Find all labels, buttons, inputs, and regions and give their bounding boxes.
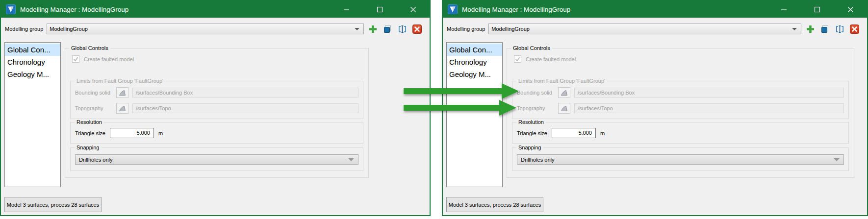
vulcan-app-icon <box>448 4 458 14</box>
titlebar: Modelling Manager : ModellingGroup <box>1 1 430 18</box>
screenshot-canvas: Modelling Manager : ModellingGroup Model… <box>0 0 868 219</box>
sidebar-item-geology-model[interactable]: Geology M... <box>5 68 60 80</box>
solid-wedge-icon <box>118 89 127 97</box>
rename-group-button[interactable] <box>834 24 845 35</box>
add-group-button[interactable] <box>367 24 379 35</box>
sidebar-item-geology-model[interactable]: Geology M... <box>447 68 502 80</box>
sidebar-item-chronology[interactable]: Chronology <box>447 56 502 68</box>
maximize-button[interactable] <box>800 1 834 18</box>
sidebar-item-chronology[interactable]: Chronology <box>5 56 60 68</box>
surface-summary-button[interactable]: Model 3 surfaces, process 28 surfaces <box>4 197 102 212</box>
limits-group: Limits from Fault Group 'FaultGroup' Bou… <box>512 81 849 119</box>
chevron-down-icon <box>355 28 359 30</box>
minimize-icon <box>343 6 350 13</box>
sidebar-item-global-controls[interactable]: Global Con... <box>447 44 502 56</box>
snapping-group-title: Snapping <box>75 145 102 151</box>
delete-group-button[interactable] <box>849 24 860 35</box>
resolution-group-title: Resolution <box>516 119 546 125</box>
triangle-size-unit: m <box>158 130 163 136</box>
create-faulted-model-label: Create faulted model <box>84 56 134 62</box>
checkmark-icon <box>514 56 521 62</box>
solid-wedge-icon <box>560 104 568 112</box>
solid-wedge-icon <box>118 104 127 112</box>
topography-picker-button <box>558 103 570 114</box>
modelling-group-toolbar: Modelling group ModellingGroup <box>447 23 860 35</box>
rename-icon <box>835 24 844 34</box>
snapping-group: Snapping Drillholes only <box>512 147 849 171</box>
snapping-combobox[interactable]: Drillholes only <box>517 154 844 165</box>
snapping-value: Drillholes only <box>521 157 554 163</box>
close-button[interactable] <box>834 1 867 18</box>
minimize-button[interactable] <box>767 1 800 18</box>
vulcan-app-icon <box>6 4 16 14</box>
solid-wedge-icon <box>560 89 568 97</box>
maximize-button[interactable] <box>363 1 396 18</box>
resolution-group-title: Resolution <box>75 119 104 125</box>
create-faulted-model-row: Create faulted model <box>72 55 134 63</box>
modelling-group-toolbar: Modelling group ModellingGroup <box>5 23 423 35</box>
section-list: Global Con... Chronology Geology M... <box>4 42 61 187</box>
modelling-group-value: ModellingGroup <box>491 26 530 32</box>
triangle-size-input[interactable]: 5.000 <box>110 128 154 138</box>
chevron-down-icon <box>834 158 840 161</box>
window-title: Modelling Manager : ModellingGroup <box>20 6 330 13</box>
modelling-group-label: Modelling group <box>447 26 485 32</box>
delete-x-icon <box>850 24 859 34</box>
snapping-group: Snapping Drillholes only <box>70 147 363 171</box>
create-faulted-model-label: Create faulted model <box>526 56 576 62</box>
limits-group: Limits from Fault Group 'FaultGroup' Bou… <box>70 81 363 119</box>
topography-row: Topography /surfaces/Topo <box>75 103 358 114</box>
close-icon <box>410 6 416 13</box>
modelling-group-label: Modelling group <box>5 26 43 32</box>
plus-icon <box>368 24 378 34</box>
snapping-group-title: Snapping <box>516 145 543 151</box>
copy-icon <box>383 24 392 34</box>
topography-field: /surfaces/Topo <box>574 103 844 113</box>
triangle-size-unit: m <box>600 130 605 136</box>
modelling-group-value: ModellingGroup <box>50 26 88 32</box>
add-group-button[interactable] <box>805 24 816 35</box>
modelling-group-combobox[interactable]: ModellingGroup <box>488 24 801 34</box>
create-faulted-model-checkbox <box>514 55 521 63</box>
create-faulted-model-checkbox <box>72 55 79 63</box>
bounding-solid-picker-button <box>558 87 570 98</box>
bounding-solid-field: /surfaces/Bounding Box <box>132 88 358 97</box>
global-controls-title: Global Controls <box>69 45 110 51</box>
plus-icon <box>806 24 815 34</box>
delete-x-icon <box>412 24 422 34</box>
topography-label: Topography <box>517 105 554 111</box>
modelling-group-combobox[interactable]: ModellingGroup <box>47 24 364 34</box>
chevron-down-icon <box>348 158 354 161</box>
triangle-size-label: Triangle size <box>517 130 547 136</box>
triangle-size-row: Triangle size 5.000 m <box>75 128 163 138</box>
bounding-solid-row: Bounding solid /surfaces/Bounding Box <box>517 87 844 98</box>
rename-group-button[interactable] <box>397 24 408 35</box>
close-button[interactable] <box>396 1 430 18</box>
limits-group-title: Limits from Fault Group 'FaultGroup' <box>75 78 165 84</box>
modelling-manager-window-left: Modelling Manager : ModellingGroup Model… <box>0 0 431 216</box>
titlebar: Modelling Manager : ModellingGroup <box>443 1 867 18</box>
rename-icon <box>398 24 407 34</box>
window-title: Modelling Manager : ModellingGroup <box>462 6 767 13</box>
delete-group-button[interactable] <box>411 24 423 35</box>
global-controls-title: Global Controls <box>511 45 552 51</box>
surface-summary-button[interactable]: Model 3 surfaces, process 28 surfaces <box>446 197 543 212</box>
bounding-solid-row: Bounding solid /surfaces/Bounding Box <box>75 87 358 98</box>
modelling-manager-window-right: Modelling Manager : ModellingGroup Model… <box>442 0 868 216</box>
window-controls <box>330 1 430 18</box>
duplicate-group-button[interactable] <box>819 24 831 35</box>
triangle-size-row: Triangle size 5.000 m <box>517 128 605 138</box>
checkmark-icon <box>73 56 79 62</box>
chevron-down-icon <box>792 28 797 30</box>
sidebar-item-global-controls[interactable]: Global Con... <box>5 44 60 56</box>
topography-picker-button <box>116 103 128 114</box>
triangle-size-input[interactable]: 5.000 <box>552 128 596 138</box>
duplicate-group-button[interactable] <box>382 24 393 35</box>
snapping-combobox[interactable]: Drillholes only <box>75 154 358 165</box>
topography-field: /surfaces/Topo <box>132 103 358 113</box>
maximize-icon <box>814 6 820 13</box>
bounding-solid-picker-button <box>116 87 128 98</box>
triangle-size-label: Triangle size <box>75 130 105 136</box>
section-list: Global Con... Chronology Geology M... <box>446 42 503 187</box>
minimize-button[interactable] <box>330 1 363 18</box>
